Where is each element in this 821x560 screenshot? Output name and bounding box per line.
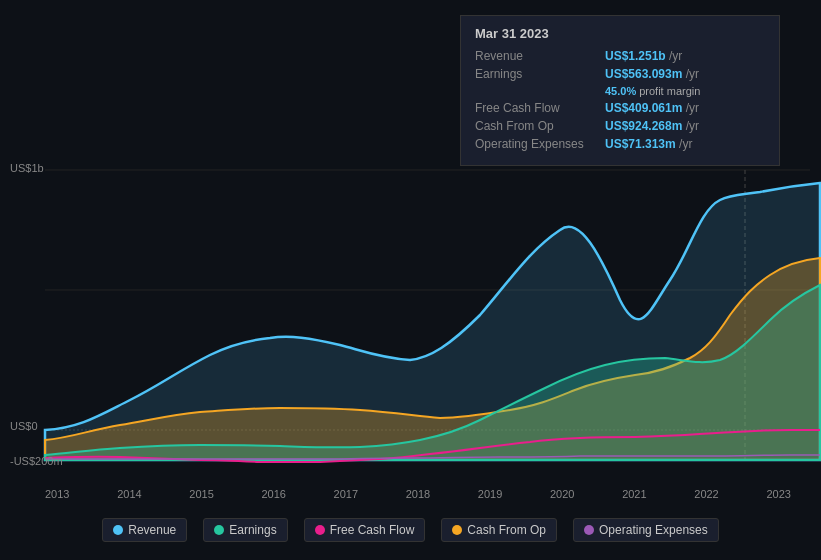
legend-opex[interactable]: Operating Expenses <box>573 518 719 542</box>
legend-earnings-dot <box>214 525 224 535</box>
legend-earnings[interactable]: Earnings <box>203 518 287 542</box>
x-label-2023: 2023 <box>766 488 790 500</box>
tooltip-earnings-label: Earnings <box>475 67 605 81</box>
tooltip-earnings-suffix: /yr <box>682 67 699 81</box>
legend-revenue-dot <box>113 525 123 535</box>
tooltip-cfo-label: Cash From Op <box>475 119 605 133</box>
x-label-2016: 2016 <box>261 488 285 500</box>
legend-opex-label: Operating Expenses <box>599 523 708 537</box>
chart-legend: Revenue Earnings Free Cash Flow Cash Fro… <box>0 518 821 542</box>
x-label-2021: 2021 <box>622 488 646 500</box>
x-label-2018: 2018 <box>406 488 430 500</box>
tooltip-revenue-value: US$1.251b <box>605 49 666 63</box>
tooltip-margin-label: profit margin <box>639 85 700 97</box>
tooltip-fcf-suffix: /yr <box>682 101 699 115</box>
y-label-low: -US$200m <box>10 455 63 467</box>
tooltip-revenue-row: Revenue US$1.251b /yr <box>475 49 765 63</box>
x-axis-labels: 2013 2014 2015 2016 2017 2018 2019 2020 … <box>0 488 821 500</box>
tooltip-opex-suffix: /yr <box>676 137 693 151</box>
legend-fcf-dot <box>315 525 325 535</box>
tooltip-margin-value: 45.0% <box>605 85 636 97</box>
legend-fcf[interactable]: Free Cash Flow <box>304 518 426 542</box>
tooltip-fcf-label: Free Cash Flow <box>475 101 605 115</box>
legend-earnings-label: Earnings <box>229 523 276 537</box>
tooltip-cfo-value: US$924.268m <box>605 119 682 133</box>
chart-tooltip: Mar 31 2023 Revenue US$1.251b /yr Earnin… <box>460 15 780 166</box>
tooltip-revenue-label: Revenue <box>475 49 605 63</box>
legend-opex-dot <box>584 525 594 535</box>
tooltip-margin-row: 45.0% profit margin <box>475 85 765 97</box>
tooltip-earnings-row: Earnings US$563.093m /yr <box>475 67 765 81</box>
x-label-2015: 2015 <box>189 488 213 500</box>
legend-revenue[interactable]: Revenue <box>102 518 187 542</box>
y-label-top: US$1b <box>10 162 44 174</box>
x-label-2013: 2013 <box>45 488 69 500</box>
tooltip-opex-row: Operating Expenses US$71.313m /yr <box>475 137 765 151</box>
chart-container: US$1b US$0 -US$200m Mar 31 2023 Revenue … <box>0 0 821 560</box>
x-label-2022: 2022 <box>694 488 718 500</box>
tooltip-fcf-row: Free Cash Flow US$409.061m /yr <box>475 101 765 115</box>
legend-cfo[interactable]: Cash From Op <box>441 518 557 542</box>
legend-revenue-label: Revenue <box>128 523 176 537</box>
x-label-2020: 2020 <box>550 488 574 500</box>
x-label-2017: 2017 <box>334 488 358 500</box>
tooltip-revenue-suffix: /yr <box>666 49 683 63</box>
tooltip-title: Mar 31 2023 <box>475 26 765 41</box>
x-label-2019: 2019 <box>478 488 502 500</box>
legend-cfo-dot <box>452 525 462 535</box>
tooltip-earnings-value: US$563.093m <box>605 67 682 81</box>
legend-cfo-label: Cash From Op <box>467 523 546 537</box>
tooltip-opex-value: US$71.313m <box>605 137 676 151</box>
x-label-2014: 2014 <box>117 488 141 500</box>
tooltip-cfo-row: Cash From Op US$924.268m /yr <box>475 119 765 133</box>
tooltip-cfo-suffix: /yr <box>682 119 699 133</box>
tooltip-opex-label: Operating Expenses <box>475 137 605 151</box>
tooltip-fcf-value: US$409.061m <box>605 101 682 115</box>
y-label-mid: US$0 <box>10 420 38 432</box>
legend-fcf-label: Free Cash Flow <box>330 523 415 537</box>
